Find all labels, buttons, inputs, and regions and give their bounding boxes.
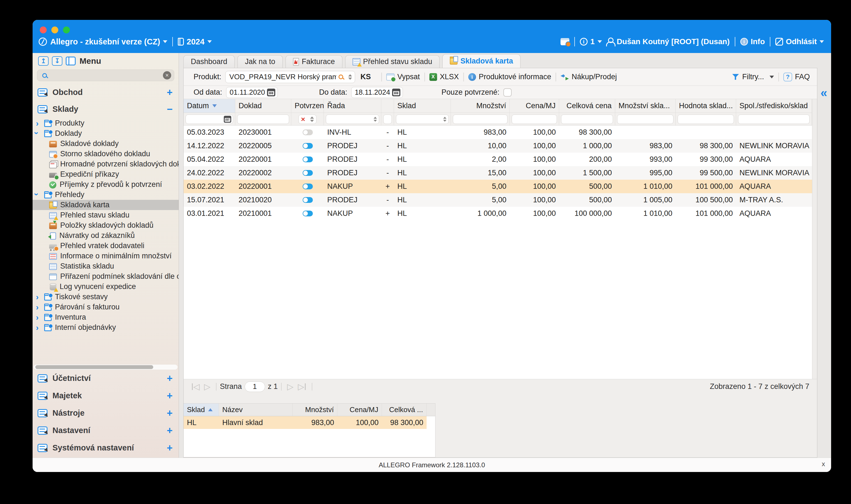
info-icon[interactable]: i <box>740 38 748 46</box>
chevron-icon[interactable] <box>36 313 44 322</box>
filter-celkova-cena-input[interactable] <box>561 114 613 124</box>
summary-column-nazev[interactable]: Název <box>219 403 293 416</box>
calendar-icon[interactable] <box>224 116 231 123</box>
column-header-doklad[interactable]: Doklad <box>235 99 291 113</box>
product-combo[interactable] <box>225 71 355 83</box>
zoom-window-button[interactable] <box>63 26 70 33</box>
tab[interactable]: Jak na to <box>237 55 283 68</box>
product-info-button[interactable]: i Produktové informace <box>468 73 551 81</box>
notifications-icon[interactable]: i <box>580 38 588 46</box>
table-row[interactable]: 03.01.2021 20210001 NAKUP + HL 1 000,00 … <box>184 207 812 220</box>
column-header-hodnota-skladu[interactable]: Hodnota sklad... <box>676 99 736 113</box>
faq-button[interactable]: ? FAQ <box>783 73 810 82</box>
sidebar-tree-item[interactable]: Návratky od zákazníků <box>33 231 179 241</box>
chevron-icon[interactable] <box>36 119 44 127</box>
summary-row[interactable]: HL Hlavní sklad 983,00 100,00 98 300,00 <box>184 416 427 429</box>
chevron-icon[interactable] <box>36 303 44 311</box>
nakup-prodej-button[interactable]: Nákup/Prodej <box>561 73 617 81</box>
sidebar-section-obchod[interactable]: Obchod + <box>33 84 179 101</box>
column-header-celkova-cena[interactable]: Celková cena <box>559 99 615 113</box>
chevron-icon[interactable] <box>36 293 44 301</box>
sidebar-tree-item[interactable]: Položky skladových dokladů <box>33 220 179 231</box>
confirmed-toggle[interactable] <box>303 143 313 149</box>
column-header-sklad[interactable]: Sklad <box>394 99 451 113</box>
confirmed-toggle[interactable] <box>303 129 313 135</box>
import-menu-icon[interactable]: ↧ <box>52 56 63 66</box>
close-window-button[interactable] <box>40 26 47 33</box>
filter-rada-select[interactable] <box>326 114 379 124</box>
product-stepper-icon[interactable] <box>348 74 352 80</box>
sidebar-search[interactable]: × <box>37 70 174 81</box>
sidebar-tree-item[interactable]: Přiřazení podmínek skladování dle obrá <box>33 271 179 282</box>
chevron-icon[interactable] <box>36 129 44 138</box>
sidebar-tree-item[interactable]: Hromadné potvrzení skladových dokladů <box>33 159 179 169</box>
next-page-icon[interactable]: ▷ <box>287 382 294 391</box>
expand-plus-icon[interactable]: + <box>167 410 173 416</box>
sidebar-section-majetek[interactable]: Majetek + <box>33 387 179 404</box>
filter-potvrzen-select[interactable]: × <box>299 114 316 124</box>
summary-column-celkova[interactable]: Celková ... <box>382 403 427 416</box>
year-caret-icon[interactable] <box>207 40 212 43</box>
to-date-field[interactable] <box>351 87 403 98</box>
collapse-panel-icon[interactable]: « <box>821 87 827 98</box>
sidebar-tree-item[interactable]: Produkty <box>33 118 179 128</box>
tab[interactable]: Přehled stavu skladu <box>345 55 440 68</box>
sidebar-tree-item[interactable]: Interní objednávky <box>33 322 179 332</box>
sidebar-section-nastaveni[interactable]: Nastavení + <box>33 422 179 439</box>
logout-caret-icon[interactable] <box>819 40 824 43</box>
column-header-sign[interactable] <box>381 99 394 113</box>
collapse-minus-icon[interactable]: − <box>167 107 173 112</box>
filter-hodnota-skladu-input[interactable] <box>678 114 734 124</box>
calendar-icon[interactable] <box>392 89 401 96</box>
sidebar-tree-item[interactable]: Expediční příkazy <box>33 169 179 179</box>
sidebar-tree-item[interactable]: Tiskové sestavy <box>33 292 179 302</box>
table-row[interactable]: 05.03.2023 20230001 INV-HL - HL 983,00 1… <box>184 126 812 139</box>
filter-doklad-input[interactable] <box>237 114 289 124</box>
table-row[interactable]: 14.12.2022 20220005 PRODEJ - HL 10,00 10… <box>184 139 812 152</box>
chevron-icon[interactable] <box>36 191 44 199</box>
column-header-mnozstvi[interactable]: Množství <box>451 99 510 113</box>
column-header-spol[interactable]: Spol./středisko/sklad <box>736 99 812 113</box>
filter-mnozstvi-input[interactable] <box>453 114 508 124</box>
scrollbar-thumb[interactable] <box>35 365 153 369</box>
table-row[interactable]: 15.07.2021 20210020 PRODEJ - HL 5,00 100… <box>184 193 812 207</box>
sidebar-tree-item[interactable]: Skladová karta <box>33 200 179 210</box>
status-close-icon[interactable]: x <box>822 460 825 468</box>
confirmed-toggle[interactable] <box>303 157 313 162</box>
from-date-field[interactable] <box>226 87 278 98</box>
xlsx-export-button[interactable]: X XLSX <box>429 73 459 81</box>
tab[interactable]: Skladová karta <box>442 54 520 68</box>
expand-plus-icon[interactable]: + <box>167 90 173 95</box>
tab[interactable]: Fakturace <box>285 55 342 68</box>
expand-plus-icon[interactable]: + <box>167 376 173 381</box>
expand-plus-icon[interactable]: + <box>167 428 173 433</box>
column-header-mnozstvi-skladu[interactable]: Množství skla... <box>615 99 676 113</box>
expand-plus-icon[interactable]: + <box>167 445 173 451</box>
product-search-icon[interactable] <box>338 74 343 79</box>
to-date-input[interactable] <box>355 88 392 96</box>
year-selector[interactable]: 2024 <box>187 37 205 47</box>
sidebar-tree-item[interactable]: Inventura <box>33 312 179 322</box>
only-confirmed-checkbox[interactable] <box>503 88 512 96</box>
notifications-caret-icon[interactable] <box>598 40 602 43</box>
sidebar-tree-item[interactable]: Log vynucení expedice <box>33 282 179 292</box>
expand-plus-icon[interactable]: + <box>167 393 173 399</box>
sidebar-tree-item[interactable]: Párování s fakturou <box>33 302 179 312</box>
sidebar-tree-item[interactable]: Přehled stavu skladu <box>33 210 179 220</box>
last-page-icon[interactable]: ▷ <box>298 382 306 391</box>
sidebar-tree-item[interactable]: Informace o minimálním množství <box>33 251 179 261</box>
filter-mnozstvi-skladu-input[interactable] <box>617 114 673 124</box>
summary-column-mnozstvi[interactable]: Množství <box>293 403 337 416</box>
grid-vertical-scrollbar[interactable] <box>812 99 817 379</box>
search-clear-icon[interactable]: × <box>163 71 171 79</box>
confirmed-toggle[interactable] <box>303 170 313 176</box>
summary-column-sklad[interactable]: Sklad <box>184 403 219 416</box>
logout-icon[interactable] <box>775 38 783 46</box>
confirmed-toggle[interactable] <box>303 183 313 190</box>
sidebar-horizontal-scrollbar[interactable] <box>34 365 178 370</box>
window-notification-icon[interactable] <box>561 38 569 45</box>
table-row[interactable]: 03.02.2022 20220001 NAKUP + HL 5,00 100,… <box>184 180 812 193</box>
sidebar-tree-item[interactable]: Přehledy <box>33 190 179 200</box>
prev-page-icon[interactable]: ▷ <box>204 382 210 391</box>
from-date-input[interactable] <box>230 88 267 96</box>
